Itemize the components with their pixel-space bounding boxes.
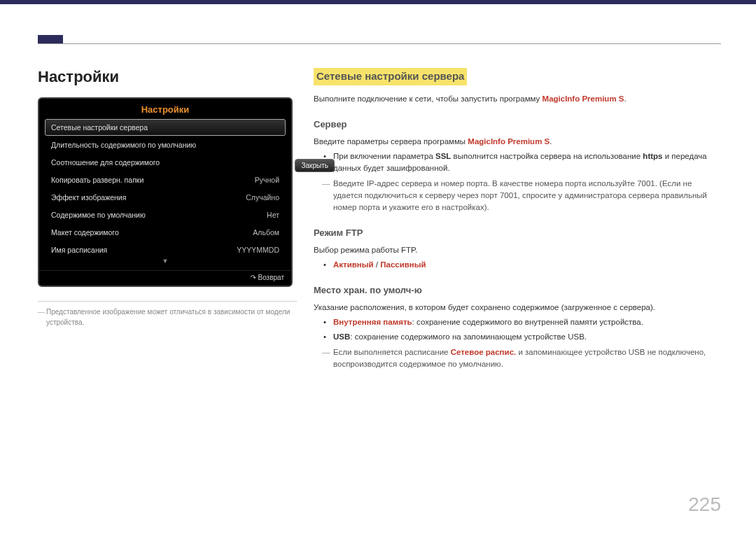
intro-text: Выполните подключение к сети, чтобы запу… — [314, 93, 721, 105]
storage-desc: Указание расположения, в котором будет с… — [314, 302, 721, 314]
osd-row-value: Случайно — [246, 193, 279, 202]
storage-bullet-usb: USB: сохранение содержимого на запоминаю… — [333, 331, 721, 343]
osd-list: Сетевые настройки сервера Длительность с… — [39, 119, 291, 270]
internal-memory-key: Внутренняя память — [333, 318, 412, 326]
osd-row-label: Соотношение для содержимого — [51, 158, 160, 167]
osd-row-label: Длительность содержимого по умолчанию — [51, 141, 196, 149]
header-corner-block — [38, 35, 63, 43]
server-note: Введите IP-адрес сервера и номер порта. … — [314, 178, 721, 214]
server-line1: Введите параметры сервера программы Magi… — [314, 136, 721, 148]
left-divider — [38, 301, 297, 302]
osd-scroll-down-icon[interactable]: ▼ — [45, 258, 286, 265]
osd-row-selected[interactable]: Сетевые настройки сервера — [45, 119, 286, 136]
server-heading: Сервер — [314, 118, 721, 132]
osd-footer: ↶Возврат — [39, 270, 291, 286]
osd-row-value: YYYYMMDD — [237, 246, 279, 254]
osd-row-label: Копировать разверн. папки — [51, 176, 144, 184]
osd-panel: Настройки Сетевые настройки сервера Длит… — [38, 97, 293, 287]
ssl-keyword: SSL — [435, 152, 451, 160]
section-heading-highlight: Сетевые настройки сервера — [314, 68, 467, 85]
osd-row-value: Альбом — [253, 228, 279, 237]
ftp-active: Активный — [333, 260, 374, 269]
osd-row-value: Ручной — [255, 176, 279, 184]
osd-row[interactable]: Длительность содержимого по умолчанию — [45, 136, 286, 153]
osd-row[interactable]: Эффект изображения Случайно — [45, 189, 286, 206]
storage-bullet-internal: Внутренняя память: сохранение содержимог… — [333, 316, 721, 328]
storage-heading: Место хран. по умолч-ю — [314, 283, 721, 297]
return-icon: ↶ — [251, 274, 256, 281]
ftp-passive: Пассивный — [380, 260, 426, 269]
ftp-heading: Режим FTP — [314, 226, 721, 240]
header-bar — [0, 0, 756, 4]
osd-row-label: Имя расписания — [51, 246, 107, 254]
ftp-desc: Выбор режима работы FTP. — [314, 244, 721, 256]
osd-row[interactable]: Соотношение для содержимого — [45, 154, 286, 171]
program-name: MagicInfo Premium S — [542, 94, 624, 103]
osd-row[interactable]: Содержимое по умолчанию Нет — [45, 206, 286, 223]
page-number: 225 — [688, 493, 721, 516]
close-button[interactable]: Закрыть — [295, 159, 335, 172]
osd-row-label: Содержимое по умолчанию — [51, 211, 146, 219]
osd-row-label: Сетевые настройки сервера — [51, 123, 148, 132]
osd-row-value: Нет — [267, 211, 279, 219]
server-bullet: При включении параметра SSL выполнится н… — [333, 150, 721, 175]
program-name: MagicInfo Premium S — [468, 137, 550, 146]
page-title: Настройки — [38, 68, 297, 86]
osd-title: Настройки — [39, 99, 291, 119]
osd-row[interactable]: Копировать разверн. папки Ручной — [45, 171, 286, 188]
header-rule — [38, 43, 721, 44]
osd-row[interactable]: Макет содержимого Альбом — [45, 224, 286, 241]
https-keyword: https — [643, 152, 662, 160]
osd-row-label: Эффект изображения — [51, 193, 126, 202]
osd-row[interactable]: Имя расписания YYYYMMDD — [45, 241, 286, 258]
disclaimer-note: Представленное изображение может отличат… — [38, 307, 297, 328]
ftp-modes: Активный / Пассивный — [333, 259, 721, 271]
usb-key: USB — [333, 332, 350, 341]
osd-return-label[interactable]: Возврат — [258, 274, 285, 281]
network-schedule-key: Сетевое распис. — [451, 348, 517, 356]
storage-note: Если выполняется расписание Сетевое расп… — [314, 346, 721, 371]
osd-row-label: Макет содержимого — [51, 228, 119, 237]
